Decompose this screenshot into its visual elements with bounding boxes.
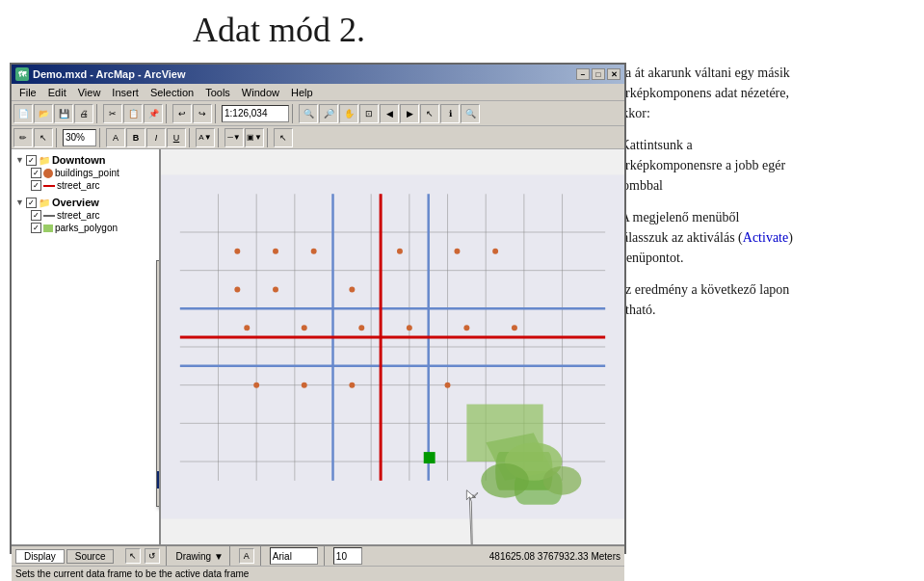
expand-icon-overview: ▼: [15, 198, 24, 207]
layer-icon-parks: [43, 224, 53, 232]
source-tab[interactable]: Source: [66, 549, 115, 564]
text-btn[interactable]: A: [106, 128, 125, 147]
text-ptr-btn[interactable]: A: [239, 548, 254, 564]
back-btn[interactable]: ◀: [380, 104, 399, 123]
toc-item-buildings: ✓ buildings_point: [13, 167, 157, 179]
menu-file[interactable]: File: [13, 86, 42, 99]
status-tabs: Display Source: [15, 549, 114, 564]
window-title: Demo.mxd - ArcMap - ArcView: [33, 68, 186, 80]
menu-window[interactable]: Window: [236, 86, 285, 99]
layer-icon-street-arc: [43, 185, 55, 187]
checkbox-street-arc[interactable]: ✓: [31, 180, 41, 191]
expand-icon-downtown: ▼: [15, 155, 24, 165]
sep3: [215, 104, 219, 123]
svg-point-38: [397, 249, 403, 254]
arrow-btn[interactable]: ↖: [125, 548, 141, 564]
zoom-in-btn[interactable]: 🔍: [299, 104, 318, 123]
italic-btn[interactable]: I: [146, 128, 166, 147]
underline-btn[interactable]: U: [167, 128, 186, 147]
menu-edit[interactable]: Edit: [42, 86, 72, 99]
toolbar-draw: ✏ ↖ 30% A B I U A▼ ─▼ ▣▼ ↖: [12, 126, 624, 149]
svg-point-37: [349, 287, 355, 293]
activate-link[interactable]: Activate: [743, 230, 788, 245]
paste-btn[interactable]: 📌: [144, 104, 163, 123]
drawing-label[interactable]: Drawing ▼: [175, 551, 223, 562]
menu-insert[interactable]: Insert: [106, 86, 145, 99]
draw-btn[interactable]: ✏: [13, 128, 33, 147]
status-bar: Display Source ↖ ↺ Drawing ▼ A Arial 10 …: [12, 544, 624, 566]
font-size-input[interactable]: 10: [333, 547, 362, 565]
desc-line1: Ha át akarunk váltani egy másik: [616, 66, 790, 80]
map-svg: ↙: [161, 149, 624, 544]
fill-color-btn[interactable]: ▣▼: [245, 128, 264, 147]
sep-bottom2: [229, 546, 233, 566]
sep-bottom: [166, 546, 170, 566]
checkbox-parks[interactable]: ✓: [31, 223, 41, 233]
toc-item-street-arc: ✓ street_arc: [13, 179, 157, 192]
close-button[interactable]: ✕: [607, 68, 620, 80]
svg-point-47: [253, 383, 259, 388]
status-text-bar: Sets the current data frame to be the ac…: [12, 566, 624, 581]
menu-view[interactable]: View: [72, 86, 107, 99]
sep2: [166, 104, 170, 123]
new-btn[interactable]: 📄: [13, 104, 33, 123]
layer-name-parks: parks_polygon: [55, 223, 118, 233]
open-btn[interactable]: 📂: [34, 104, 53, 123]
percent-input[interactable]: 30%: [63, 129, 96, 146]
checkbox-ov-street[interactable]: ✓: [31, 210, 41, 221]
display-tab[interactable]: Display: [15, 549, 65, 564]
line-color-btn[interactable]: ─▼: [224, 128, 244, 147]
folder-icon-overview: 📁: [39, 198, 50, 208]
pointer-btn[interactable]: ↖: [34, 128, 53, 147]
save-btn[interactable]: 💾: [54, 104, 73, 123]
reset-btn[interactable]: ↺: [145, 548, 160, 564]
menu-selection[interactable]: Selection: [145, 86, 199, 99]
svg-point-30: [481, 463, 529, 498]
main-content: ▼ ✓ 📁 Downtown ✓ buildings_point ✓ stree…: [12, 149, 624, 544]
desc-line8: válasszuk az aktiválás (: [616, 230, 743, 245]
copy-btn[interactable]: 📋: [123, 104, 143, 123]
pan-btn[interactable]: ✋: [339, 104, 358, 123]
redo-btn[interactable]: ↪: [193, 104, 212, 123]
toc-group-downtown: ▼ ✓ 📁 Downtown ✓ buildings_point ✓ stree…: [13, 153, 157, 192]
layer-name-ov-street: street_arc: [57, 210, 99, 221]
map-area: ↙: [161, 149, 624, 544]
svg-point-44: [407, 325, 412, 330]
menu-help[interactable]: Help: [285, 86, 319, 99]
info-btn[interactable]: ℹ: [440, 104, 460, 123]
select-btn[interactable]: ↖: [420, 104, 439, 123]
maximize-button[interactable]: □: [592, 68, 605, 80]
undo-btn[interactable]: ↩: [172, 104, 192, 123]
print-btn[interactable]: 🖨: [74, 104, 93, 123]
svg-point-46: [512, 325, 517, 330]
title-bar-left: 🗺 Demo.mxd - ArcMap - ArcView: [15, 67, 186, 81]
forward-btn[interactable]: ▶: [400, 104, 419, 123]
layer-icon-buildings: [43, 169, 53, 178]
cut-btn[interactable]: ✂: [103, 104, 122, 123]
checkbox-buildings[interactable]: ✓: [31, 168, 41, 178]
find-btn[interactable]: 🔍: [461, 104, 480, 123]
bold-btn[interactable]: B: [126, 128, 145, 147]
font-color-btn[interactable]: A▼: [196, 128, 215, 147]
status-text: Sets the current data frame to be the ac…: [15, 568, 249, 579]
toc-group-header-downtown[interactable]: ▼ ✓ 📁 Downtown: [13, 153, 157, 167]
cursor-btn[interactable]: ↖: [274, 128, 293, 147]
checkbox-downtown[interactable]: ✓: [26, 155, 37, 166]
menu-tools[interactable]: Tools: [199, 86, 236, 99]
zoom-out-btn[interactable]: 🔎: [319, 104, 338, 123]
minimize-button[interactable]: −: [576, 68, 590, 80]
svg-point-50: [445, 383, 451, 388]
checkbox-overview[interactable]: ✓: [26, 198, 37, 208]
svg-point-41: [244, 325, 250, 330]
toc-group-header-overview[interactable]: ▼ ✓ 📁 Overview: [13, 196, 157, 209]
toc-panel: ▼ ✓ 📁 Downtown ✓ buildings_point ✓ stree…: [12, 149, 161, 544]
desc-line11: Az eredmény a következő lapon: [616, 282, 789, 297]
layer-name-buildings: buildings_point: [55, 168, 119, 178]
svg-point-49: [349, 383, 355, 388]
svg-rect-31: [424, 452, 436, 463]
full-extent-btn[interactable]: ⊡: [359, 104, 379, 123]
app-icon: 🗺: [15, 67, 29, 81]
font-name-input[interactable]: Arial: [270, 547, 318, 565]
toc-content: ▼ ✓ 📁 Downtown ✓ buildings_point ✓ stree…: [12, 149, 159, 238]
scale-input[interactable]: 1:126,034: [222, 105, 289, 122]
